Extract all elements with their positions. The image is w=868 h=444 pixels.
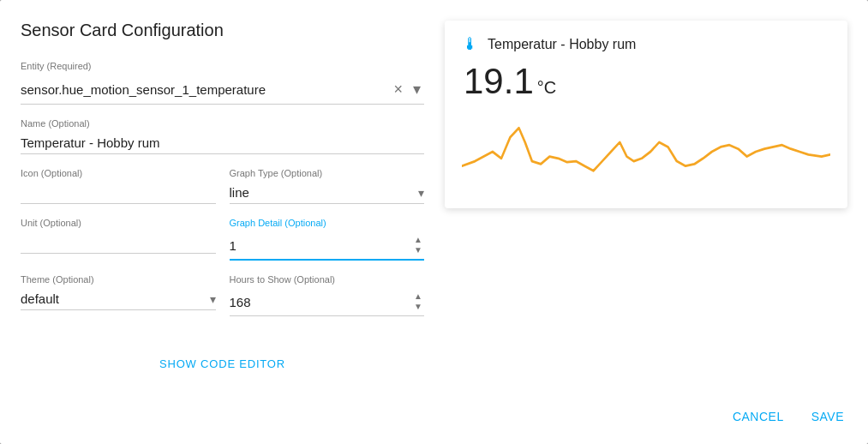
card-value-row: 19.1 °C — [462, 61, 830, 102]
icon-field-group: Icon (Optional) — [21, 168, 216, 204]
hours-up[interactable]: ▲ — [412, 291, 424, 302]
cancel-button[interactable]: CANCEL — [722, 403, 794, 430]
entity-icons: × ▾ — [390, 78, 424, 100]
dialog-footer: CANCEL SAVE — [0, 396, 868, 444]
icon-input[interactable] — [21, 182, 216, 204]
name-field-group: Name (Optional) — [21, 118, 424, 154]
dialog-title: Sensor Card Configuration — [21, 21, 424, 40]
hours-field: ▲ ▼ — [230, 288, 425, 316]
dialog-content: Sensor Card Configuration Entity (Requir… — [0, 0, 868, 396]
card-unit: °C — [537, 78, 556, 98]
left-panel: Sensor Card Configuration Entity (Requir… — [21, 21, 424, 396]
graph-detail-up[interactable]: ▲ — [412, 235, 424, 245]
name-input[interactable] — [21, 132, 424, 154]
dropdown-entity-icon[interactable]: ▾ — [410, 78, 424, 100]
entity-row: × ▾ — [21, 75, 424, 105]
card-header: 🌡 Temperatur - Hobby rum — [462, 34, 830, 54]
right-panel: 🌡 Temperatur - Hobby rum 19.1 °C — [445, 21, 847, 396]
graph-type-label: Graph Type (Optional) — [230, 168, 425, 178]
show-code-editor-button[interactable]: SHOW CODE EDITOR — [149, 351, 296, 377]
card-value: 19.1 — [464, 61, 534, 102]
thermometer-icon: 🌡 — [462, 34, 479, 54]
entity-field-group: Entity (Required) × ▾ — [21, 61, 424, 105]
graph-detail-label: Graph Detail (Optional) — [230, 218, 425, 228]
graph-type-value: line — [230, 185, 419, 200]
theme-value: default — [21, 291, 210, 306]
clear-entity-icon[interactable]: × — [390, 79, 406, 100]
card-title: Temperatur - Hobby rum — [488, 37, 636, 52]
save-button[interactable]: SAVE — [801, 403, 854, 430]
hours-label: Hours to Show (Optional) — [230, 274, 425, 285]
graph-detail-down[interactable]: ▼ — [412, 245, 424, 255]
name-label: Name (Optional) — [21, 118, 424, 129]
graph-detail-field: ▲ ▼ — [230, 231, 425, 261]
theme-label: Theme (Optional) — [21, 274, 216, 285]
hours-down[interactable]: ▼ — [412, 302, 424, 312]
theme-field-group: Theme (Optional) default ▾ — [21, 274, 216, 316]
theme-hours-row: Theme (Optional) default ▾ Hours to Show… — [21, 274, 424, 330]
hours-field-group: Hours to Show (Optional) ▲ ▼ — [230, 274, 425, 316]
theme-select[interactable]: default ▾ — [21, 288, 216, 310]
temperature-chart — [462, 109, 830, 195]
chart-area — [462, 109, 830, 195]
icon-graphtype-row: Icon (Optional) Graph Type (Optional) li… — [21, 168, 424, 218]
show-code-row: SHOW CODE EDITOR — [21, 330, 424, 391]
hours-spinner: ▲ ▼ — [412, 291, 424, 312]
sensor-preview-card: 🌡 Temperatur - Hobby rum 19.1 °C — [445, 21, 847, 208]
graph-detail-field-group: Graph Detail (Optional) ▲ ▼ — [230, 218, 425, 261]
graph-detail-input[interactable] — [230, 238, 413, 253]
icon-label: Icon (Optional) — [21, 168, 216, 178]
entity-input[interactable] — [21, 82, 390, 97]
graph-type-arrow: ▾ — [418, 186, 424, 200]
unit-graphdetail-row: Unit (Optional) Graph Detail (Optional) … — [21, 218, 424, 274]
hours-input[interactable] — [230, 295, 413, 309]
graph-detail-spinner: ▲ ▼ — [412, 235, 424, 255]
sensor-card-config-dialog: Sensor Card Configuration Entity (Requir… — [0, 0, 868, 444]
unit-input[interactable] — [21, 231, 216, 254]
entity-label: Entity (Required) — [21, 61, 424, 71]
graph-type-field-group: Graph Type (Optional) line ▾ — [230, 168, 425, 204]
theme-arrow: ▾ — [210, 292, 216, 306]
graph-type-select[interactable]: line ▾ — [230, 182, 425, 204]
unit-label: Unit (Optional) — [21, 218, 216, 228]
unit-field-group: Unit (Optional) — [21, 218, 216, 261]
